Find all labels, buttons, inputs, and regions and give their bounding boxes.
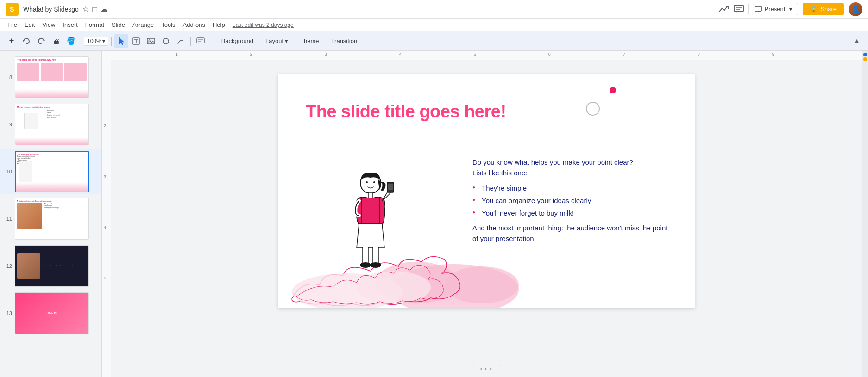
app-icon-letter: S [10, 6, 14, 13]
svg-marker-7 [22, 40, 25, 41]
theme-button[interactable]: Theme [295, 36, 324, 46]
slide-thumb-12[interactable]: 12 A picture is worth a thousand words [0, 243, 101, 289]
menu-insert[interactable]: Insert [59, 20, 82, 30]
image-tool[interactable] [144, 34, 158, 48]
svg-point-34 [366, 181, 368, 183]
thumb-preview-11: A picture always reinforces the concept … [15, 198, 89, 240]
slide-canvas-area[interactable]: The slide title goes here! Do you know w… [111, 60, 862, 377]
line-tool[interactable] [174, 34, 188, 48]
svg-rect-27 [361, 198, 380, 225]
thumb-preview-10: The slide title goes here! Do you know w… [15, 151, 89, 192]
cursor-tool[interactable] [114, 34, 128, 48]
slide-thumb-9[interactable]: 9 Maybe you need to divide the content M… [0, 102, 101, 147]
menu-edit[interactable]: Edit [21, 20, 38, 30]
svg-rect-13 [147, 38, 155, 44]
ruler-mark-2: 2 [250, 52, 252, 56]
comments-icon[interactable] [734, 4, 744, 14]
ruler-mark-8: 8 [698, 52, 700, 56]
menu-bar: File Edit View Insert Format Slide Arran… [0, 19, 868, 31]
slides-panel: 8 You could use three columns, why not! … [0, 51, 102, 377]
svg-rect-0 [734, 5, 743, 12]
menu-format[interactable]: Format [82, 20, 108, 30]
redo-button[interactable] [34, 34, 48, 48]
main-layout: 8 You could use three columns, why not! … [0, 51, 868, 377]
paint-button[interactable]: 🪣 [64, 34, 78, 48]
right-panel [862, 51, 868, 377]
layout-dropdown-arrow: ▾ [285, 37, 288, 44]
slide-intro: Do you know what helps you make your poi… [472, 157, 672, 178]
menu-file[interactable]: File [4, 20, 21, 30]
comment-tool[interactable] [194, 34, 208, 48]
folder-icon[interactable]: ◻ [92, 5, 98, 13]
share-label: Share [820, 6, 837, 12]
layout-button[interactable]: Layout ▾ [260, 36, 294, 46]
svg-rect-31 [372, 247, 379, 265]
bullet-item-2: You can organize your ideas clearly [472, 194, 672, 207]
slide-thumb-10[interactable]: 10 The slide title goes here! Do you kno… [0, 149, 101, 194]
svg-point-22 [445, 266, 519, 303]
svg-rect-16 [197, 38, 204, 43]
title-bar: S Whala! by Slidesgo ☆ ◻ ☁ [0, 0, 868, 19]
share-button[interactable]: 🔒 Share [803, 3, 844, 15]
shape-tool[interactable] [159, 34, 173, 48]
transition-label: Transition [331, 37, 358, 44]
menu-tools[interactable]: Tools [157, 20, 179, 30]
ruler-vmark-2: 2 [104, 124, 106, 128]
menu-slide[interactable]: Slide [108, 20, 129, 30]
collapse-toolbar-button[interactable]: ▲ [850, 35, 863, 48]
slide-viewport: 2 3 4 5 The slide title goes here! [102, 60, 862, 377]
slide-thumb-13[interactable]: 13 Slide 13 [0, 290, 101, 336]
menu-help[interactable]: Help [209, 20, 229, 30]
slide-title[interactable]: The slide title goes here! [306, 102, 506, 122]
svg-point-35 [373, 181, 375, 183]
ruler-mark-7: 7 [623, 52, 625, 56]
bottom-handle[interactable]: • • • [472, 365, 500, 372]
background-button[interactable]: Background [216, 36, 259, 46]
separator-2 [111, 37, 112, 46]
menu-arrange[interactable]: Arrange [129, 20, 157, 30]
ruler-mark-6: 6 [548, 52, 551, 56]
slide-tools: Background Layout ▾ Theme Transition [216, 36, 363, 46]
text-tool[interactable] [129, 34, 143, 48]
svg-rect-4 [755, 6, 761, 11]
svg-rect-29 [388, 184, 393, 190]
separator-1 [81, 37, 81, 46]
present-button[interactable]: Present ▾ [748, 3, 798, 15]
slide-num-10: 10 [4, 169, 12, 174]
ruler-mark-1: 1 [176, 52, 178, 56]
ruler-marks: 1 2 3 4 5 6 7 8 9 [116, 51, 862, 60]
thumb-12-label: A picture is worth a thousand words [42, 265, 74, 267]
theme-label: Theme [300, 37, 319, 44]
ruler-vmark-3: 3 [104, 174, 106, 179]
ruler-vertical: 2 3 4 5 [102, 60, 111, 377]
undo-button[interactable] [19, 34, 33, 48]
add-button[interactable]: + [5, 34, 19, 48]
svg-marker-9 [119, 37, 124, 45]
present-label: Present [764, 6, 785, 12]
cloud-icon[interactable]: ☁ [101, 5, 108, 13]
svg-point-32 [360, 262, 371, 268]
app-icon[interactable]: S [6, 3, 19, 16]
menu-addons[interactable]: Add-ons [179, 20, 209, 30]
pink-clouds [278, 216, 519, 308]
slide-thumb-11[interactable]: 11 A picture always reinforces the conce… [0, 196, 101, 241]
separator-3 [190, 37, 191, 46]
ruler-mark-5: 5 [474, 52, 476, 56]
main-slide[interactable]: The slide title goes here! Do you know w… [278, 74, 695, 308]
slide-num-13: 13 [4, 310, 12, 316]
zoom-value: 100% [87, 38, 101, 44]
slide-thumb-8[interactable]: 8 You could use three columns, why not! [0, 55, 101, 100]
star-icon[interactable]: ☆ [82, 5, 89, 13]
menu-view[interactable]: View [38, 20, 59, 30]
bullet-item-1: They're simple [472, 182, 672, 194]
print-button[interactable]: 🖨 [49, 34, 63, 48]
slide-num-12: 12 [4, 263, 12, 269]
analytics-icon[interactable] [719, 4, 729, 14]
avatar[interactable]: 👤 [849, 2, 862, 16]
svg-point-33 [370, 262, 381, 268]
zoom-control[interactable]: 100% ▾ [84, 37, 108, 46]
svg-point-15 [163, 38, 169, 44]
present-dropdown-arrow[interactable]: ▾ [787, 6, 792, 12]
thumb-8-label: You could use three columns, why not! [17, 59, 87, 61]
transition-button[interactable]: Transition [326, 36, 363, 46]
